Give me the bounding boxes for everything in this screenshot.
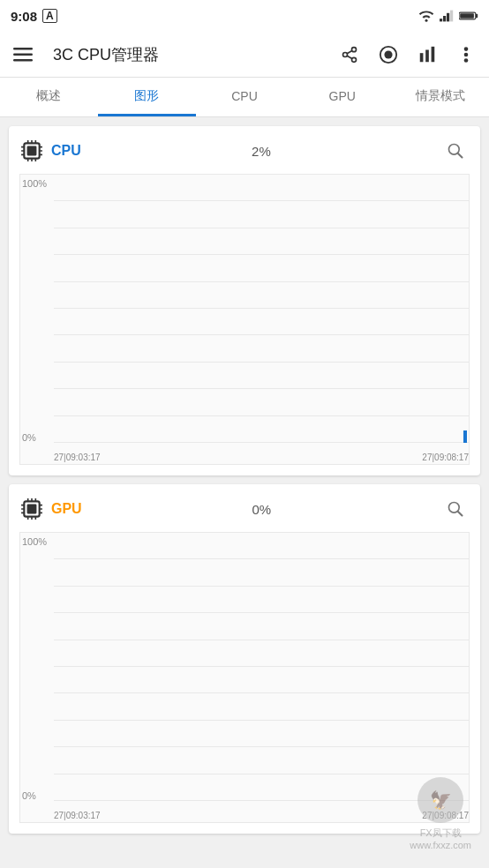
gpu-card-title: GPU xyxy=(51,501,82,517)
notification-icon: A xyxy=(42,9,57,23)
svg-rect-9 xyxy=(13,53,33,56)
search-icon xyxy=(447,142,464,160)
svg-rect-3 xyxy=(447,13,449,22)
cpu-data-bar xyxy=(463,430,467,443)
gpu-x-label-right: 27|09:08:17 xyxy=(422,811,469,820)
cpu-card-title: CPU xyxy=(51,143,81,159)
gpu-chart: 100% 0% 27|09:03:17 27|09:08:17 xyxy=(19,532,470,823)
signal-icon xyxy=(440,10,454,22)
cpu-chip-icon xyxy=(19,138,44,163)
svg-line-15 xyxy=(347,50,352,53)
gpu-chart-plot xyxy=(54,533,469,801)
wifi-icon xyxy=(418,10,434,22)
svg-line-55 xyxy=(458,512,463,516)
svg-rect-7 xyxy=(460,13,474,19)
gpu-chart-x-labels: 27|09:03:17 27|09:08:17 xyxy=(54,811,469,820)
tab-gpu[interactable]: GPU xyxy=(293,78,391,116)
svg-point-0 xyxy=(425,19,428,22)
svg-rect-18 xyxy=(420,53,424,62)
share-button[interactable] xyxy=(334,39,365,71)
cpu-percent: 2% xyxy=(81,144,441,159)
search-icon xyxy=(447,500,464,518)
gpu-percent: 0% xyxy=(82,502,441,517)
toolbar: 3C CPU管理器 xyxy=(0,32,489,78)
svg-point-22 xyxy=(464,52,469,56)
tab-bar: 概述 图形 CPU GPU 情景模式 xyxy=(0,78,489,117)
gpu-card-header: GPU 0% xyxy=(19,495,470,523)
cpu-chart-plot xyxy=(54,175,469,443)
main-content: CPU 2% 100% 0% xyxy=(0,117,489,842)
svg-point-11 xyxy=(352,47,357,51)
status-bar: 9:08 A xyxy=(0,0,489,32)
app-title: 3C CPU管理器 xyxy=(53,44,327,65)
share-icon xyxy=(341,46,358,64)
record-icon xyxy=(379,45,398,64)
svg-rect-6 xyxy=(476,14,478,19)
svg-line-14 xyxy=(347,56,352,58)
cpu-chart-y-bottom: 0% xyxy=(22,432,36,443)
cpu-card-header: CPU 2% xyxy=(19,137,470,165)
cpu-card: CPU 2% 100% 0% xyxy=(9,126,480,475)
menu-button[interactable] xyxy=(7,39,39,71)
svg-rect-1 xyxy=(440,19,442,21)
gpu-chart-y-bottom: 0% xyxy=(22,790,36,801)
svg-point-13 xyxy=(352,57,357,62)
bar-chart-icon xyxy=(418,45,437,64)
svg-point-21 xyxy=(464,47,469,51)
svg-rect-8 xyxy=(13,48,33,50)
svg-rect-20 xyxy=(432,46,435,61)
tab-graph[interactable]: 图形 xyxy=(98,78,196,116)
svg-line-39 xyxy=(458,153,463,158)
gpu-chip-icon xyxy=(19,497,44,521)
more-button[interactable] xyxy=(450,39,482,71)
svg-rect-2 xyxy=(443,16,446,21)
cpu-chart-y-top: 100% xyxy=(22,178,47,189)
cpu-chart-x-labels: 27|09:03:17 27|09:08:17 xyxy=(54,453,469,462)
record-button[interactable] xyxy=(372,39,404,71)
cpu-chart: 100% 0% 27|09:03:17 27|09:08:17 xyxy=(19,174,470,465)
tab-scene[interactable]: 情景模式 xyxy=(391,78,489,116)
more-icon xyxy=(463,45,469,64)
chart-button[interactable] xyxy=(411,39,443,71)
status-right xyxy=(418,10,478,22)
svg-rect-25 xyxy=(27,146,37,156)
svg-rect-4 xyxy=(450,11,453,22)
svg-point-23 xyxy=(464,58,469,63)
svg-rect-19 xyxy=(425,49,429,62)
svg-point-17 xyxy=(384,50,392,58)
svg-rect-41 xyxy=(27,505,37,514)
gpu-search-button[interactable] xyxy=(441,495,470,523)
cpu-x-label-right: 27|09:08:17 xyxy=(422,453,469,462)
cpu-x-label-left: 27|09:03:17 xyxy=(54,453,101,462)
svg-point-12 xyxy=(343,52,348,56)
status-time: 9:08 xyxy=(11,9,37,24)
gpu-card: GPU 0% 100% 0% xyxy=(9,484,480,834)
gpu-chart-y-top: 100% xyxy=(22,536,47,547)
cpu-search-button[interactable] xyxy=(441,137,470,165)
status-left: 9:08 A xyxy=(11,9,57,24)
tab-cpu[interactable]: CPU xyxy=(196,78,294,116)
svg-rect-10 xyxy=(13,59,33,62)
gpu-x-label-left: 27|09:03:17 xyxy=(54,811,101,820)
battery-icon xyxy=(459,11,478,21)
tab-overview[interactable]: 概述 xyxy=(0,78,98,116)
